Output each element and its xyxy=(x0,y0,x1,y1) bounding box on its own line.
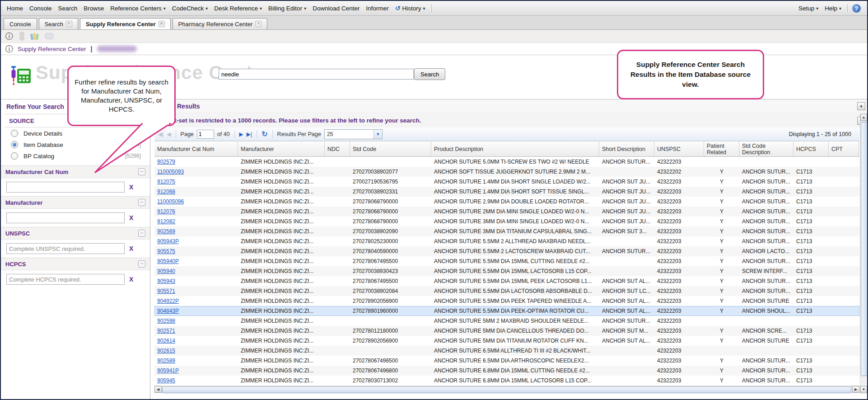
table-row[interactable]: 902579ZIMMER HOLDINGS INC:ZI...ANCHOR SU… xyxy=(154,157,859,167)
table-row[interactable]: 902571ZIMMER HOLDINGS INC:ZI...270278012… xyxy=(154,326,859,336)
column-header-manufacturer[interactable]: Manufacturer xyxy=(238,141,325,156)
chevron-down-icon[interactable]: ▼ xyxy=(373,130,382,139)
column-header-std-code[interactable]: Std Code xyxy=(350,141,431,156)
column-header-short-description[interactable]: Short Description xyxy=(599,141,654,156)
clear-filter-button[interactable]: X xyxy=(129,245,133,252)
vertical-scrollbar[interactable]: ▲ ▼ xyxy=(860,114,867,393)
manufacturer-cat-num-link[interactable]: 905943P xyxy=(157,238,179,245)
search-input[interactable] xyxy=(219,69,414,80)
results-per-page-select[interactable]: 25 ▼ xyxy=(324,129,383,139)
tab-search[interactable]: Search× xyxy=(39,18,78,29)
manufacturer-cat-num-link[interactable]: 110005096 xyxy=(157,198,184,205)
manufacturer-cat-num-link[interactable]: 905575 xyxy=(157,248,175,254)
menu-item-desk-reference[interactable]: Desk Reference▾ xyxy=(211,5,265,12)
table-row[interactable]: 902589ZIMMER HOLDINGS INC:ZI...270278067… xyxy=(154,356,859,366)
clear-filter-button[interactable]: X xyxy=(129,214,133,221)
column-header-ndc[interactable]: NDC xyxy=(325,141,350,156)
table-row[interactable]: 905943ZIMMER HOLDINGS INC:ZI...270278067… xyxy=(154,276,859,286)
filter-input-manufacturer-cat-num[interactable] xyxy=(6,182,125,193)
table-row[interactable]: 905941PZIMMER HOLDINGS INC:ZI...27027806… xyxy=(154,366,859,376)
table-row[interactable]: 912075ZIMMER HOLDINGS INC:ZI...270027190… xyxy=(154,177,859,187)
scroll-right-arrow-icon[interactable]: ▶ xyxy=(852,386,859,393)
menu-item-home[interactable]: Home xyxy=(4,5,26,12)
manufacturer-cat-num-link[interactable]: 902589 xyxy=(157,358,175,364)
scroll-up-arrow-icon[interactable]: ▲ xyxy=(860,114,867,121)
menu-item-setup[interactable]: Setup▾ xyxy=(795,5,821,12)
table-row[interactable]: 905945ZIMMER HOLDINGS INC:ZI...270278030… xyxy=(154,376,859,386)
menu-item-billing-editor[interactable]: Billing Editor▾ xyxy=(265,5,309,12)
menu-item-console[interactable]: Console xyxy=(26,5,55,12)
vertical-scroll-thumb[interactable] xyxy=(861,122,868,376)
column-header-product-description[interactable]: Product Description xyxy=(431,141,599,156)
horizontal-scroll-thumb[interactable] xyxy=(162,386,851,393)
radio-icon[interactable] xyxy=(11,152,18,160)
table-row[interactable]: 110005096ZIMMER HOLDINGS INC:ZI...270278… xyxy=(154,197,859,207)
help-icon[interactable]: ? xyxy=(852,4,861,13)
manufacturer-cat-num-link[interactable]: 912075 xyxy=(157,179,175,185)
table-row[interactable]: 904843PZIMMER HOLDINGS INC:ZI...27027890… xyxy=(154,306,859,316)
manufacturer-cat-num-link[interactable]: 912068 xyxy=(157,188,175,195)
comment-icon[interactable] xyxy=(45,33,54,39)
menu-item-browse[interactable]: Browse xyxy=(80,5,107,12)
close-icon[interactable]: × xyxy=(255,21,261,27)
table-row[interactable]: 902615ZIMMER HOLDINGS INC:ZI...ANCHOR SU… xyxy=(154,346,859,356)
table-row[interactable]: 902569ZIMMER HOLDINGS INC:ZI...270270038… xyxy=(154,226,859,236)
page-number-input[interactable] xyxy=(197,130,214,139)
search-button[interactable]: Search xyxy=(414,68,445,80)
collapse-results-icon[interactable]: ▲ xyxy=(857,102,865,110)
column-header-patient-related[interactable]: Patient Related xyxy=(704,141,739,156)
radio-icon[interactable] xyxy=(11,141,18,148)
menu-item-history[interactable]: ↺History▾ xyxy=(392,5,429,12)
manufacturer-cat-num-link[interactable]: 902569 xyxy=(157,228,175,235)
manufacturer-cat-num-link[interactable]: 902615 xyxy=(157,348,175,354)
column-header-cpt[interactable]: CPT xyxy=(829,141,859,156)
table-row[interactable]: 905575ZIMMER HOLDINGS INC:ZI...270278040… xyxy=(154,246,859,256)
column-header-hcpcs[interactable]: HCPCS xyxy=(793,141,829,156)
table-row[interactable]: 912082ZIMMER HOLDINGS INC:ZI...270278068… xyxy=(154,216,859,226)
manufacturer-cat-num-link[interactable]: 905945 xyxy=(157,377,175,384)
tab-supply-reference-center[interactable]: Supply Reference Center× xyxy=(80,18,171,29)
horizontal-scrollbar[interactable]: ◀ ▶ xyxy=(154,386,859,393)
table-row[interactable]: 904922PZIMMER HOLDINGS INC:ZI...27027890… xyxy=(154,296,859,306)
filter-input-hcpcs[interactable] xyxy=(6,274,125,285)
info-icon[interactable]: ⓘ xyxy=(5,31,13,42)
table-row[interactable]: 905940ZIMMER HOLDINGS INC:ZI...270270038… xyxy=(154,266,859,276)
table-row[interactable]: 905571ZIMMER HOLDINGS INC:ZI...270270038… xyxy=(154,286,859,296)
clear-filter-button[interactable]: X xyxy=(129,184,133,191)
filter-input-unspsc[interactable] xyxy=(6,243,125,254)
collapse-icon[interactable]: − xyxy=(138,199,145,206)
radio-icon[interactable] xyxy=(11,130,18,137)
table-row[interactable]: 905943PZIMMER HOLDINGS INC:ZI...27027802… xyxy=(154,236,859,246)
manufacturer-cat-num-link[interactable]: 905941P xyxy=(157,367,179,374)
table-row[interactable]: 905940PZIMMER HOLDINGS INC:ZI...27027806… xyxy=(154,256,859,266)
table-row[interactable]: 912068ZIMMER HOLDINGS INC:ZI...270270038… xyxy=(154,187,859,197)
menu-item-search[interactable]: Search xyxy=(55,5,81,12)
column-header-std-code-description[interactable]: Std Code Description xyxy=(739,141,793,156)
refresh-icon[interactable]: ↻ xyxy=(261,130,267,138)
menu-item-download-center[interactable]: Download Center xyxy=(309,5,363,12)
last-page-button[interactable]: ▶| xyxy=(247,131,252,137)
breadcrumb-title[interactable]: Supply Reference Center xyxy=(18,46,86,52)
menu-item-informer[interactable]: Informer xyxy=(363,5,392,12)
manufacturer-cat-num-link[interactable]: 905940 xyxy=(157,268,175,274)
next-page-button[interactable]: ▶ xyxy=(239,131,243,137)
close-icon[interactable]: × xyxy=(66,21,72,27)
link-icon[interactable] xyxy=(19,32,24,41)
scroll-left-arrow-icon[interactable]: ◀ xyxy=(154,386,162,393)
manufacturer-cat-num-link[interactable]: 904843P xyxy=(157,308,179,314)
collapse-icon[interactable]: − xyxy=(138,260,145,268)
books-icon[interactable] xyxy=(31,33,38,40)
clear-filter-button[interactable]: X xyxy=(129,276,133,283)
menu-item-codecheck[interactable]: CodeCheck▾ xyxy=(169,5,211,12)
filter-input-manufacturer[interactable] xyxy=(6,212,125,223)
table-row[interactable]: 902614ZIMMER HOLDINGS INC:ZI...270278902… xyxy=(154,336,859,346)
manufacturer-cat-num-link[interactable]: 905940P xyxy=(157,258,179,264)
tab-pharmacy-reference-center[interactable]: Pharmacy Reference Center× xyxy=(173,18,268,29)
manufacturer-cat-num-link[interactable]: 912082 xyxy=(157,218,175,225)
manufacturer-cat-num-link[interactable]: 902614 xyxy=(157,338,175,344)
manufacturer-cat-num-link[interactable]: 905571 xyxy=(157,288,175,294)
table-row[interactable]: 912076ZIMMER HOLDINGS INC:ZI...270278068… xyxy=(154,207,859,216)
table-row[interactable]: 902598ZIMMER HOLDINGS INC:ZI...ANCHOR SU… xyxy=(154,316,859,326)
manufacturer-cat-num-link[interactable]: 904922P xyxy=(157,298,179,304)
scroll-down-arrow-icon[interactable]: ▼ xyxy=(860,386,867,393)
